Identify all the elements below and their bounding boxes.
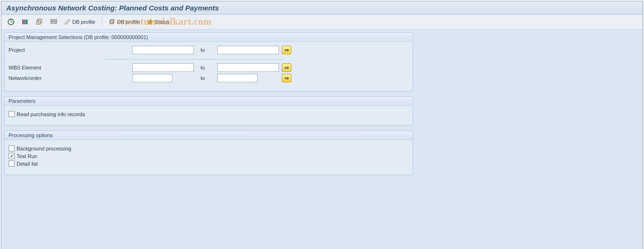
arrow-right-icon: ⇨ <box>285 65 289 71</box>
variant-icon <box>21 18 29 26</box>
copy-button[interactable] <box>34 17 45 27</box>
network-to-input[interactable] <box>217 74 258 82</box>
svg-rect-6 <box>37 20 40 24</box>
arrow-right-icon: ⇨ <box>285 47 289 53</box>
toolbar-separator <box>102 18 102 26</box>
read-purchasing-row: Read purchasing info records <box>9 111 409 117</box>
testrun-row: Test Run <box>9 153 409 159</box>
wbs-row: WBS Element to ⇨ <box>9 63 409 72</box>
project-multi-button[interactable]: ⇨ <box>282 46 291 54</box>
svg-rect-9 <box>51 22 57 23</box>
read-purchasing-checkbox[interactable] <box>9 111 15 117</box>
project-row: Project to ⇨ <box>9 46 409 54</box>
pencil-icon <box>64 19 71 25</box>
detaillist-label: Detail list <box>17 161 38 167</box>
svg-rect-4 <box>24 20 26 24</box>
main-window: Asynchronous Network Costing: Planned Co… <box>1 1 643 249</box>
network-label: Network/order <box>9 75 132 81</box>
wbs-multi-button[interactable]: ⇨ <box>282 63 291 72</box>
project-from-input[interactable] <box>132 46 194 54</box>
svg-rect-7 <box>38 19 42 23</box>
testrun-label: Test Run <box>17 153 37 159</box>
svg-rect-10 <box>110 20 113 24</box>
execute-icon <box>7 18 15 26</box>
arrow-right-icon: ⇨ <box>285 75 289 81</box>
db-profile-copy-button[interactable]: DB profile <box>107 17 142 27</box>
svg-rect-5 <box>26 20 28 24</box>
page-title: Asynchronous Network Costing: Planned Co… <box>6 4 638 12</box>
testrun-checkbox[interactable] <box>9 153 15 159</box>
wbs-to-label: to <box>201 65 213 70</box>
execute-button[interactable] <box>5 17 17 27</box>
db-profile-edit-button[interactable]: DB profile <box>62 17 97 27</box>
background-row: Background processing <box>9 145 409 151</box>
title-bar: Asynchronous Network Costing: Planned Co… <box>1 1 643 15</box>
parameters-group: Parameters Read purchasing info records <box>4 96 413 126</box>
selection-group: Project Management Selections (DB profil… <box>4 32 413 91</box>
svg-marker-12 <box>147 19 153 25</box>
detaillist-checkbox[interactable] <box>9 160 15 167</box>
status-button[interactable]: Status <box>145 17 172 27</box>
project-to-input[interactable] <box>217 46 279 54</box>
processing-group-title: Processing options <box>5 131 413 140</box>
status-icon <box>147 19 154 25</box>
copy-icon <box>36 18 43 26</box>
svg-rect-11 <box>111 20 114 23</box>
selection-group-title: Project Management Selections (DB profil… <box>5 33 413 42</box>
db-profile-copy-label: DB profile <box>117 19 140 25</box>
application-toolbar: DB profile DB profile Status <box>1 15 643 30</box>
layout-icon <box>50 18 58 26</box>
parameters-group-title: Parameters <box>5 97 413 106</box>
processing-group: Processing options Background processing… <box>4 130 413 175</box>
project-label: Project <box>9 47 132 53</box>
copy-small-icon <box>109 19 115 25</box>
wbs-label: WBS Element <box>9 65 132 70</box>
background-label: Background processing <box>17 146 71 151</box>
content-area: Project Management Selections (DB profil… <box>1 30 643 249</box>
network-multi-button[interactable]: ⇨ <box>282 74 291 82</box>
background-checkbox[interactable] <box>9 145 15 151</box>
db-profile-edit-label: DB profile <box>72 19 95 25</box>
read-purchasing-label: Read purchasing info records <box>17 111 85 117</box>
network-from-input[interactable] <box>132 74 173 82</box>
variant-button[interactable] <box>19 17 31 27</box>
wbs-from-input[interactable] <box>132 63 194 72</box>
svg-rect-8 <box>51 20 57 21</box>
status-label: Status <box>155 19 170 25</box>
detaillist-row: Detail list <box>9 160 409 167</box>
project-to-label: to <box>201 47 213 53</box>
svg-rect-3 <box>22 20 24 24</box>
layout-button[interactable] <box>48 17 59 27</box>
wbs-to-input[interactable] <box>217 63 279 72</box>
network-row: Network/order to ⇨ <box>9 74 409 82</box>
selection-divider <box>104 59 284 60</box>
network-to-label: to <box>201 75 213 81</box>
